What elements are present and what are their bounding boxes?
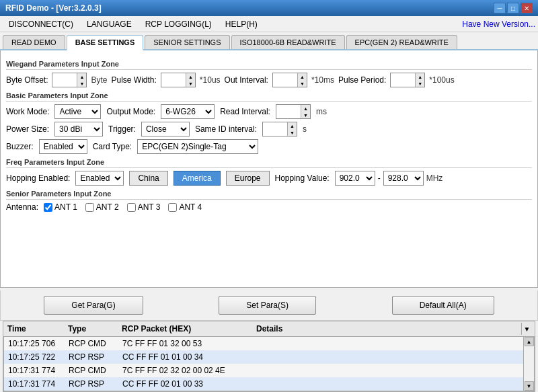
log-header: Time Type RCP Packet (HEX) Details ▼ — [3, 321, 535, 337]
pulse-period-spinner[interactable]: 15 ▲ ▼ — [390, 73, 425, 87]
out-interval-label: Out Interval: — [225, 75, 268, 85]
tab-epc-gen2[interactable]: EPC(GEN 2) READ&WRITE — [346, 35, 457, 49]
basic-row1: Work Mode: Active Passive Trigger Output… — [6, 104, 532, 119]
byte-offset-spinner[interactable]: 0 ▲ ▼ — [52, 73, 87, 87]
default-all-button[interactable]: Default All(A) — [392, 296, 494, 315]
log-vertical-scrollbar[interactable]: ▲ ▼ — [523, 337, 534, 391]
pulse-width-input[interactable]: 10 — [161, 73, 186, 87]
log-cell-time-1: 10:17:25 706 — [7, 338, 67, 350]
window-title: RFID Demo - [Ver:3.2.0.3] — [5, 3, 102, 13]
read-interval-input[interactable]: 10 — [276, 105, 301, 118]
byte-offset-input[interactable]: 0 — [52, 73, 77, 87]
work-mode-select[interactable]: Active Passive Trigger — [54, 104, 101, 119]
same-id-input[interactable]: 1 — [263, 122, 287, 136]
read-interval-spinner-btns: ▲ ▼ — [301, 105, 310, 118]
window-controls: ─ □ ✕ — [494, 3, 533, 13]
basic-section-header: Basic Parameters Input Zone — [6, 91, 532, 102]
pulse-width-spinner[interactable]: 10 ▲ ▼ — [161, 73, 196, 87]
hopping-start-select[interactable]: 902.0 903.0 — [335, 171, 375, 186]
ant1-check[interactable]: ANT 1 — [44, 202, 77, 212]
log-cell-time-3: 10:17:31 774 — [7, 364, 67, 377]
get-para-button[interactable]: Get Para(G) — [44, 296, 143, 315]
senior-section-header: Senior Parameters Input Zone — [6, 190, 532, 200]
log-cell-packet-2: CC FF FF 01 01 00 34 — [121, 351, 256, 363]
log-row-1: 10:17:25 706 RCP CMD 7C FF FF 01 32 00 5… — [4, 337, 523, 350]
work-mode-label: Work Mode: — [6, 107, 49, 116]
same-id-down[interactable]: ▼ — [287, 129, 297, 136]
pulse-period-down[interactable]: ▼ — [415, 80, 424, 87]
region-europe-button[interactable]: Europe — [226, 171, 270, 186]
log-table-wrap: 10:17:25 706 RCP CMD 7C FF FF 01 32 00 5… — [3, 337, 535, 391]
log-container: Time Type RCP Packet (HEX) Details ▼ 10:… — [3, 321, 535, 392]
tab-iso18000[interactable]: ISO18000-6B READ&WRITE — [231, 35, 345, 49]
log-sort-arrow[interactable]: ▼ — [521, 323, 532, 335]
read-interval-unit: ms — [316, 107, 327, 116]
main-content: Wiegand Parameters Input Zone Byte Offse… — [0, 50, 538, 288]
power-size-label: Power Size: — [6, 124, 49, 134]
menu-disconnect[interactable]: DISCONNECT(C) — [3, 17, 79, 31]
scroll-up-arrow[interactable]: ▲ — [525, 337, 534, 346]
pulse-period-up[interactable]: ▲ — [415, 73, 424, 80]
tab-read-demo[interactable]: READ DEMO — [3, 35, 65, 49]
buzzer-label: Buzzer: — [6, 142, 34, 151]
minimize-button[interactable]: ─ — [494, 3, 506, 13]
log-row-2: 10:17:25 722 RCP RSP CC FF FF 01 01 00 3… — [4, 350, 523, 364]
ant3-checkbox[interactable] — [127, 203, 136, 212]
pulse-period-label: Pulse Period: — [338, 75, 386, 85]
hopping-select[interactable]: Enabled Disabled — [75, 171, 124, 186]
freq-row: Hopping Enabled: Enabled Disabled China … — [6, 171, 532, 186]
log-rows: 10:17:25 706 RCP CMD 7C FF FF 01 32 00 5… — [4, 337, 523, 391]
card-type-select[interactable]: EPC(GEN 2)Single-Tag EPC(GEN 2)Multi-Tag… — [137, 139, 258, 154]
pulse-period-input[interactable]: 15 — [391, 73, 415, 87]
ant2-checkbox[interactable] — [85, 203, 94, 212]
byte-offset-down[interactable]: ▼ — [77, 80, 86, 87]
read-interval-down[interactable]: ▼ — [301, 112, 310, 118]
hopping-end-select[interactable]: 928.0 926.0 — [383, 171, 424, 186]
log-cell-time-4: 10:17:31 774 — [7, 378, 67, 390]
menu-help[interactable]: HELP(H) — [219, 17, 264, 31]
have-new-link[interactable]: Have New Version... — [462, 19, 535, 29]
same-id-up[interactable]: ▲ — [287, 122, 297, 129]
byte-offset-label: Byte Offset: — [6, 75, 48, 85]
close-button[interactable]: ✕ — [521, 3, 533, 13]
same-id-spinner[interactable]: 1 ▲ ▼ — [262, 122, 297, 136]
trigger-select[interactable]: Close Open — [141, 122, 190, 136]
buzzer-select[interactable]: Enabled Disabled — [39, 139, 87, 154]
out-interval-down[interactable]: ▼ — [297, 80, 307, 87]
trigger-label: Trigger: — [108, 124, 136, 134]
tab-senior-settings[interactable]: SENIOR SETTINGS — [145, 35, 229, 49]
output-mode-select[interactable]: 6-WG26 6-WG34 ASCII — [161, 104, 215, 119]
out-interval-up[interactable]: ▲ — [297, 73, 307, 80]
maximize-button[interactable]: □ — [507, 3, 519, 13]
log-cell-packet-3: 7C FF FF 02 32 02 00 02 4E — [121, 364, 256, 377]
wiegand-row: Byte Offset: 0 ▲ ▼ Byte Pulse Width: 10 … — [6, 73, 532, 87]
ant1-checkbox[interactable] — [44, 203, 52, 212]
menu-items: DISCONNECT(C) LANGUAGE RCP LOGGING(L) HE… — [3, 17, 264, 31]
ant3-check[interactable]: ANT 3 — [127, 202, 161, 212]
scroll-track[interactable] — [524, 346, 534, 381]
region-china-button[interactable]: China — [129, 171, 167, 186]
ant4-checkbox[interactable] — [168, 203, 177, 212]
scroll-down-arrow[interactable]: ▼ — [525, 381, 534, 391]
log-cell-details-4 — [256, 378, 521, 390]
tab-base-settings[interactable]: BASE SETTINGS — [67, 35, 144, 50]
byte-offset-up[interactable]: ▲ — [77, 73, 86, 80]
out-interval-input[interactable]: 30 — [273, 73, 297, 87]
read-interval-spinner[interactable]: 10 ▲ ▼ — [276, 104, 311, 119]
ant4-check[interactable]: ANT 4 — [168, 202, 202, 212]
menu-language[interactable]: LANGUAGE — [81, 17, 138, 31]
read-interval-up[interactable]: ▲ — [301, 105, 310, 112]
pulse-width-unit: *10us — [200, 75, 221, 85]
basic-row2: Power Size: 30 dBi 25 dBi 20 dBi Trigger… — [6, 122, 532, 136]
menu-rcp-logging[interactable]: RCP LOGGING(L) — [139, 17, 218, 31]
read-interval-label: Read Interval: — [220, 107, 270, 116]
region-america-button[interactable]: America — [174, 171, 221, 186]
pulse-width-down[interactable]: ▼ — [186, 80, 195, 87]
pulse-width-up[interactable]: ▲ — [186, 73, 195, 80]
title-bar: RFID Demo - [Ver:3.2.0.3] ─ □ ✕ — [0, 0, 538, 16]
out-interval-spinner[interactable]: 30 ▲ ▼ — [272, 73, 307, 87]
log-col-type: Type — [67, 323, 120, 335]
power-size-select[interactable]: 30 dBi 25 dBi 20 dBi — [54, 122, 103, 136]
ant2-check[interactable]: ANT 2 — [85, 202, 119, 212]
set-para-button[interactable]: Set Para(S) — [219, 296, 316, 315]
